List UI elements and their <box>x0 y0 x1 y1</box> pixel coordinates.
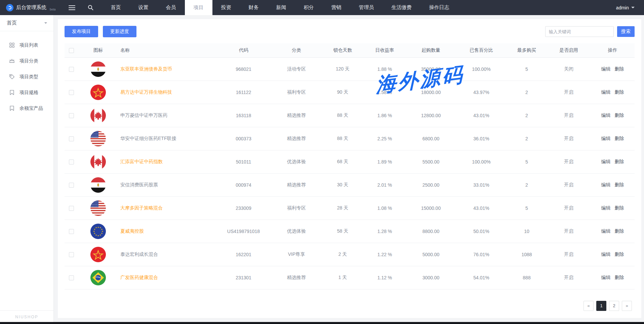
pagination-page-1[interactable]: 1 <box>596 301 606 311</box>
row-checkbox[interactable] <box>69 113 74 118</box>
project-name-link[interactable]: 广发医药健康混合 <box>120 275 158 280</box>
project-name-link[interactable]: 易方达中证万得生物科技 <box>120 89 172 95</box>
project-name-link[interactable]: 东亚联丰亚洲债券及货币 <box>120 66 172 72</box>
edit-link[interactable]: 编辑 <box>601 159 611 164</box>
publish-project-button[interactable]: 发布项目 <box>65 26 98 37</box>
edit-link[interactable]: 编辑 <box>601 66 611 72</box>
nav-item-首页[interactable]: 首页 <box>102 0 130 15</box>
enabled-status: 开启 <box>547 81 591 104</box>
menu-toggle-button[interactable] <box>63 0 81 15</box>
delete-link[interactable]: 删除 <box>615 275 624 280</box>
project-name-link[interactable]: 夏威夷控股 <box>120 228 144 234</box>
delete-link[interactable]: 删除 <box>615 251 624 257</box>
nav-item-营销[interactable]: 营销 <box>323 0 350 15</box>
select-all-checkbox[interactable] <box>69 48 74 53</box>
sold-percent: 43.01% <box>456 104 507 127</box>
row-checkbox[interactable] <box>69 229 74 234</box>
min-purchase: 3000.00 <box>406 266 456 289</box>
min-purchase: 5500.00 <box>406 150 456 173</box>
nav-item-设置[interactable]: 设置 <box>130 0 157 15</box>
brand: 后台管理系统 beta <box>0 0 63 15</box>
sidebar-item-余额宝产品[interactable]: 余额宝产品 <box>0 100 53 116</box>
nav-item-财务[interactable]: 财务 <box>240 0 268 15</box>
edit-link[interactable]: 编辑 <box>601 136 611 141</box>
sidebar-item-项目列表[interactable]: 项目列表 <box>0 37 53 53</box>
project-name-link[interactable]: 大摩多因子策略混合 <box>120 205 163 211</box>
row-checkbox[interactable] <box>69 159 74 165</box>
row-checkbox[interactable] <box>69 252 74 257</box>
row-checkbox[interactable] <box>69 136 74 141</box>
edit-link[interactable]: 编辑 <box>601 112 611 118</box>
nav-item-项目[interactable]: 项目 <box>185 0 212 15</box>
column-header-锁仓天数: 锁仓天数 <box>322 43 364 57</box>
pagination-page-2[interactable]: 2 <box>609 301 619 311</box>
delete-link[interactable]: 删除 <box>615 89 624 95</box>
sidebar-item-项目分类[interactable]: 项目分类 <box>0 53 53 69</box>
row-checkbox[interactable] <box>69 275 74 280</box>
row-checkbox[interactable] <box>69 67 74 72</box>
row-checkbox[interactable] <box>69 206 74 211</box>
min-purchase: 35000.00 <box>406 57 456 81</box>
sold-percent: 43.97% <box>456 81 507 104</box>
brand-beta: beta <box>50 8 56 15</box>
table-row: 汇添富中证中药指数501011优选体验68 天1.89 %5500.00100.… <box>65 150 635 173</box>
sold-percent: 76.01% <box>456 243 507 266</box>
edit-link[interactable]: 编辑 <box>601 182 611 187</box>
edit-link[interactable]: 编辑 <box>601 205 611 211</box>
delete-link[interactable]: 删除 <box>615 112 624 118</box>
nav-item-操作日志[interactable]: 操作日志 <box>420 0 458 15</box>
pagination-next-button[interactable]: » <box>622 301 632 311</box>
update-progress-button[interactable]: 更新进度 <box>103 26 136 37</box>
delete-link[interactable]: 删除 <box>615 159 624 164</box>
sidebar-item-项目规格[interactable]: 项目规格 <box>0 85 53 100</box>
search-button[interactable]: 搜索 <box>617 26 635 37</box>
delete-link[interactable]: 删除 <box>615 228 624 234</box>
svg-text:★: ★ <box>99 234 101 236</box>
project-code: 161122 <box>216 81 271 104</box>
nav-item-管理员[interactable]: 管理员 <box>350 0 383 15</box>
enabled-status: 开启 <box>547 104 591 127</box>
caret-down-icon <box>44 22 47 24</box>
keyword-search-input[interactable] <box>545 26 614 37</box>
user-menu[interactable]: admin <box>607 0 644 15</box>
svg-text:★: ★ <box>93 230 95 232</box>
project-name-link[interactable]: 汇添富中证中药指数 <box>120 159 163 164</box>
sidebar-section-home[interactable]: 首页 <box>0 15 53 31</box>
delete-link[interactable]: 删除 <box>615 182 624 187</box>
row-checkbox[interactable] <box>69 90 74 95</box>
project-name-link[interactable]: 泰达宏利成长混合 <box>120 251 158 257</box>
project-category: 优选体验 <box>271 220 322 243</box>
daily-rate: 1.89 % <box>364 150 406 173</box>
row-checkbox[interactable] <box>69 183 74 188</box>
delete-link[interactable]: 删除 <box>615 205 624 211</box>
nav-item-新闻[interactable]: 新闻 <box>268 0 295 15</box>
table-row: 华安中证细分医药ETF联接000373精选推荐88 天2.25 %6800.00… <box>65 127 635 150</box>
flag-eu-icon: ★★★★★★★★★★★★ <box>90 224 106 239</box>
hamburger-icon <box>69 4 75 11</box>
table-row: ★★★★★★★★★★★★夏威夷控股US4198791018优选体验58 天1.2… <box>65 220 635 243</box>
project-name-link[interactable]: 申万菱信中证申万医药 <box>120 112 167 118</box>
edit-link[interactable]: 编辑 <box>601 275 611 280</box>
search-toggle-button[interactable] <box>81 0 100 15</box>
edit-link[interactable]: 编辑 <box>601 228 611 234</box>
sold-percent: 100.00% <box>456 57 507 81</box>
nav-item-会员[interactable]: 会员 <box>157 0 185 15</box>
sidebar-item-项目类型[interactable]: 项目类型 <box>0 69 53 85</box>
project-code: 000373 <box>216 127 271 150</box>
delete-link[interactable]: 删除 <box>615 66 624 72</box>
delete-link[interactable]: 删除 <box>615 136 624 141</box>
project-name-link[interactable]: 华安中证细分医药ETF联接 <box>120 136 176 141</box>
nav-item-积分[interactable]: 积分 <box>295 0 323 15</box>
project-name-link[interactable]: 安信消费医药股票 <box>120 182 158 187</box>
project-category: 活动专区 <box>271 57 322 81</box>
project-code: 968021 <box>216 57 271 81</box>
nav-item-投资[interactable]: 投资 <box>212 0 240 15</box>
column-header-起购数量: 起购数量 <box>406 43 456 57</box>
pagination-prev-button[interactable]: « <box>583 301 594 311</box>
edit-link[interactable]: 编辑 <box>601 251 611 257</box>
bookmark-icon <box>9 89 15 96</box>
search-box: 搜索 <box>545 26 635 37</box>
edit-link[interactable]: 编辑 <box>601 89 611 95</box>
flag-egypt-icon <box>90 61 106 77</box>
nav-item-生活缴费[interactable]: 生活缴费 <box>383 0 420 15</box>
